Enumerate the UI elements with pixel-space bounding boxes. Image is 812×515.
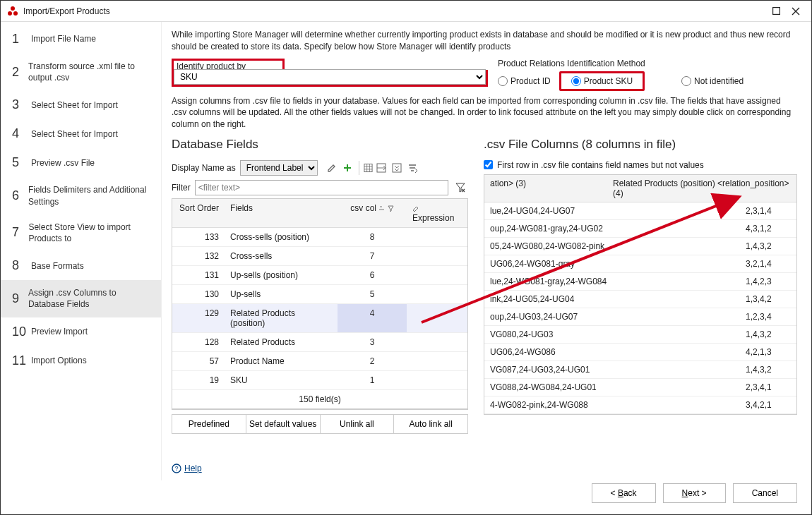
csv-row[interactable]: 4-WG082-pink,24-WG0883,4,2,1 [484,396,796,414]
db-row[interactable]: 57Product Name2 [172,352,467,371]
csv-columns-panel: .csv File Columns (8 columns in file) Fi… [484,138,797,434]
edit-icon[interactable] [325,161,339,175]
svg-text:?: ? [174,465,178,472]
wizard-step-1[interactable]: 1Import File Name [1,25,161,54]
step-label: Select Sheet for Import [29,128,118,140]
set-default-button[interactable]: Set default values [246,414,321,434]
wizard-step-9[interactable]: 9Assign .csv Columns to Database Fields [1,280,161,317]
step-number: 7 [12,225,26,240]
col-fields-header[interactable]: Fields [225,199,338,227]
step-number: 5 [12,155,29,170]
step-label: Preview Import [29,326,88,337]
step-number: 1 [12,32,29,47]
svg-point-1 [8,11,12,16]
db-row[interactable]: 19SKU1 [172,371,467,390]
csv-header: ation> (3) Related Products (position) <… [484,175,796,202]
filter-label: Filter [172,183,191,193]
wizard-step-4[interactable]: 4Select Sheet for Import [1,119,161,148]
csv-col1-header[interactable]: ation> (3) [484,175,607,202]
csv-row[interactable]: VG080,24-UG031,4,3,2 [484,326,796,344]
filter-input[interactable] [195,180,448,195]
csv-row[interactable]: 05,24-WG080,24-WG082-pink1,4,3,2 [484,238,796,255]
step-number: 9 [12,291,26,306]
db-table: Sort Order Fields csv col Expression 133… [172,198,468,410]
wizard-step-3[interactable]: 3Select Sheet for Import [1,90,161,119]
csv-title: .csv File Columns (8 columns in file) [484,138,797,152]
grid-icon-3[interactable] [390,161,404,175]
db-footer: 150 field(s) [172,390,467,409]
wizard-sidebar: 1Import File Name2Transform source .xml … [1,22,162,480]
identify-row: Identify product by SKU Product Relation… [172,59,797,91]
step-label: Import Options [29,355,87,366]
csv-row[interactable]: oup,24-UG03,24-UG071,2,3,4 [484,308,796,326]
step-label: Base Formats [29,260,84,272]
step-number: 2 [12,65,26,80]
intro-text: While importing Store Manager will deter… [172,29,797,53]
maximize-button[interactable] [766,1,786,21]
db-row[interactable]: 128Related Products3 [172,333,467,352]
predefined-button[interactable]: Predefined [172,414,246,434]
identify-select[interactable]: SKU [174,69,486,85]
step-number: 4 [12,126,29,141]
step-label: Assign .csv Columns to Database Fields [26,287,154,310]
wizard-step-8[interactable]: 8Base Formats [1,251,161,280]
step-number: 10 [12,325,29,339]
add-icon[interactable] [340,161,354,175]
wizard-step-11[interactable]: 11Import Options [1,346,161,375]
radio-not-identified[interactable]: Not identified [681,76,744,86]
csv-row[interactable]: lue,24-WG081-gray,24-WG0841,4,2,3 [484,273,796,291]
csv-row[interactable]: lue,24-UG04,24-UG072,3,1,4 [484,202,796,220]
csv-row[interactable]: VG087,24-UG03,24-UG011,4,3,2 [484,361,796,379]
db-row[interactable]: 133Cross-sells (position)8 [172,228,467,247]
db-row[interactable]: 131Up-sells (position)6 [172,266,467,285]
csv-row[interactable]: oup,24-WG081-gray,24-UG024,3,1,2 [484,220,796,238]
step-label: Import File Name [29,33,96,44]
svg-rect-3 [772,8,780,15]
col-sort-header[interactable]: Sort Order [172,199,225,227]
step-label: Transform source .xml file to output .cs… [26,61,154,83]
wizard-step-2[interactable]: 2Transform source .xml file to output .c… [1,54,161,90]
step-number: 6 [12,188,26,203]
step-label: Select Sheet for Import [29,99,118,111]
step-label: Preview .csv File [29,157,95,169]
database-fields-panel: Database Fields Display Name as Frontend… [172,138,468,434]
next-button[interactable]: Next > [663,483,726,503]
grid-icon-1[interactable] [359,161,373,175]
csv-row[interactable]: UG06,24-WG0864,2,1,3 [484,344,796,361]
db-row[interactable]: 130Up-sells5 [172,285,467,304]
csv-row[interactable]: VG088,24-WG084,24-UG012,3,4,1 [484,379,796,396]
step-label: Select Store View to import Products to [26,222,154,244]
csv-row[interactable]: UG06,24-WG081-gray3,2,1,4 [484,255,796,273]
wizard-step-6[interactable]: 6Fields Delimiters and Additional Settin… [1,177,161,214]
footer-buttons: < Back Next > Cancel [592,483,797,503]
step-number: 3 [12,97,29,112]
wizard-step-5[interactable]: 5Preview .csv File [1,148,161,177]
filter-clear-icon[interactable] [453,180,468,195]
cancel-button[interactable]: Cancel [733,483,797,503]
db-row[interactable]: 129Related Products (position)4 [172,304,467,333]
close-button[interactable] [786,1,806,21]
radio-product-id[interactable]: Product ID [498,76,551,86]
step-number: 8 [12,258,29,273]
filter-list-icon[interactable] [405,161,419,175]
display-name-select[interactable]: Frontend Label [240,160,318,176]
auto-link-button[interactable]: Auto link all [393,414,468,434]
db-row[interactable]: 132Cross-sells7 [172,247,467,266]
csv-table: ation> (3) Related Products (position) <… [484,174,797,415]
main-area: 1Import File Name2Transform source .xml … [1,22,811,480]
col-csv-header[interactable]: csv col [338,199,407,227]
grid-icon-2[interactable] [374,161,388,175]
assign-note: Assign columns from .csv file to fields … [172,95,797,131]
csv-col2-header[interactable]: Related Products (position) <relation_po… [607,175,796,202]
csv-row[interactable]: ink,24-UG05,24-UG041,3,4,2 [484,291,796,308]
relations-group: Product Relations Identification Method … [498,59,797,91]
wizard-step-10[interactable]: 10Preview Import [1,317,161,346]
help-link[interactable]: ? Help [172,464,202,473]
radio-product-sku[interactable]: Product SKU [571,76,633,86]
unlink-all-button[interactable]: Unlink all [320,414,395,434]
back-button[interactable]: < Back [592,483,656,503]
wizard-step-7[interactable]: 7Select Store View to import Products to [1,214,161,251]
col-expr-header[interactable]: Expression [407,199,467,227]
db-title: Database Fields [172,138,468,152]
first-row-checkbox[interactable]: First row in .csv file contains field na… [484,160,797,170]
